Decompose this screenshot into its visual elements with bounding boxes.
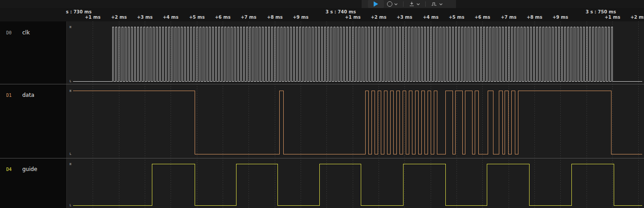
- waveform-channels: HLHLHL D0 clk D1 data D4 guide: [0, 21, 644, 208]
- timeline-tick-label: +9 ms: [293, 15, 308, 20]
- channel-id: D0: [6, 30, 12, 35]
- timeline-tick-label: +5 ms: [448, 15, 464, 20]
- timeline-tick-label: +7 ms: [240, 15, 256, 20]
- export-icon: [409, 1, 415, 7]
- channel-label-data[interactable]: D1 data: [0, 92, 67, 99]
- timeline-tick-label: 3 s : 750 ms: [586, 9, 616, 14]
- timeline-tick-label: +7 ms: [501, 15, 516, 20]
- timeline-tick-label: +4 ms: [163, 15, 178, 20]
- channel-name: clk: [22, 29, 30, 36]
- level-marker-low: L: [69, 79, 71, 83]
- play-icon: [374, 1, 378, 7]
- channel-separator: [0, 84, 644, 84]
- channel-label-guide[interactable]: D4 guide: [0, 166, 67, 173]
- toolbar-separator: [403, 1, 404, 7]
- level-marker-high: H: [69, 89, 71, 93]
- timeline-tick-label: 3 s : 740 ms: [326, 9, 356, 14]
- wave-trace-data: [73, 91, 642, 154]
- toolbar-cluster: [362, 0, 456, 8]
- timeline-tick-label: +6 ms: [215, 15, 230, 20]
- channel-label-clk[interactable]: D0 clk: [0, 29, 67, 37]
- wave-trace-guide: [73, 164, 642, 205]
- timeline-tick-label: +8 ms: [267, 15, 282, 20]
- level-marker-low: L: [69, 152, 71, 156]
- chevron-down-icon: [394, 3, 398, 5]
- wave-icon: [431, 1, 437, 7]
- device-options-button[interactable]: [384, 0, 401, 8]
- toolbar-separator: [425, 1, 426, 7]
- circle-icon: [387, 1, 392, 7]
- capture-settings-button[interactable]: [428, 0, 446, 8]
- level-marker-low: L: [69, 204, 71, 207]
- timeline-tick-label: +4 ms: [423, 15, 438, 20]
- timeline-tick-label: +1 ms: [345, 15, 360, 20]
- timeline-tick-label: +2 ms: [630, 15, 644, 20]
- timeline-tick-label: +3 ms: [396, 15, 412, 20]
- timeline-tick-label: +1 ms: [85, 15, 100, 20]
- timeline-tick-label: +5 ms: [189, 15, 204, 20]
- channel-name: data: [22, 92, 34, 98]
- channel-name: guide: [22, 166, 37, 172]
- waveform-svg[interactable]: HLHLHL: [67, 21, 644, 208]
- channel-panel: D0 clk D1 data D4 guide: [0, 21, 67, 208]
- start-capture-button[interactable]: [368, 0, 384, 8]
- channel-id: D4: [6, 167, 12, 172]
- chevron-down-icon: [416, 3, 420, 5]
- timeline-tick-label: +2 ms: [371, 15, 386, 20]
- timeline-tick-label: +6 ms: [474, 15, 490, 20]
- timeline[interactable]: s : 730 ms+1 ms+2 ms+3 ms+4 ms+5 ms+6 ms…: [0, 8, 644, 22]
- channel-separator: [0, 158, 644, 158]
- timeline-tick-label: +8 ms: [526, 15, 542, 20]
- timeline-tick-label: +2 ms: [111, 15, 126, 20]
- export-options-button[interactable]: [406, 0, 423, 8]
- toolbar: [0, 0, 644, 8]
- level-marker-high: H: [69, 162, 71, 166]
- wave-trace-clk: [73, 27, 642, 81]
- channel-id: D1: [6, 93, 12, 98]
- timeline-tick-label: +3 ms: [137, 15, 152, 20]
- chevron-down-icon: [439, 3, 443, 5]
- timeline-tick-label: +1 ms: [604, 15, 620, 20]
- timeline-tick-label: s : 730 ms: [66, 9, 92, 14]
- level-marker-high: H: [69, 25, 71, 29]
- timeline-tick-label: +9 ms: [552, 15, 568, 20]
